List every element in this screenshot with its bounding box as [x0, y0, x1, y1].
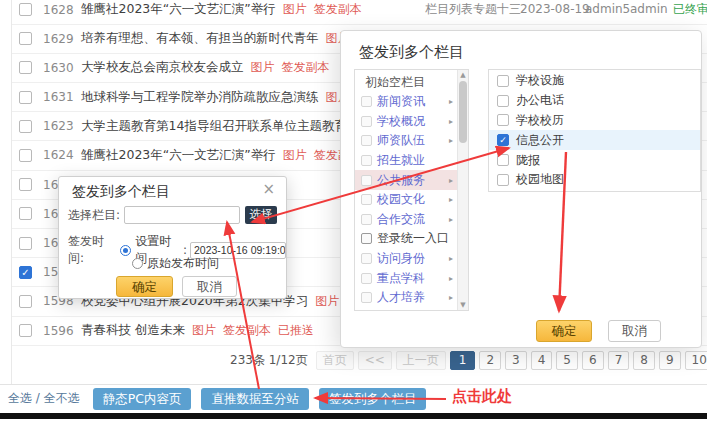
sub-item-checkbox[interactable]: [497, 114, 509, 126]
row-title-link[interactable]: 培养有理想、有本领、有担当的新时代青年: [81, 30, 319, 47]
tree-item-校园文化[interactable]: 校园文化▸: [355, 190, 468, 210]
tree-item-label: 校园文化: [377, 191, 425, 208]
tree-item-招生就业[interactable]: 招生就业: [355, 151, 468, 171]
sub-item-checkbox[interactable]: [497, 95, 509, 107]
row-checkbox[interactable]: [19, 32, 32, 45]
row-checkbox[interactable]: [19, 91, 32, 104]
bottom-action-bar: 全选 / 全不选 静态PC内容页直推数据至分站签发到多个栏目: [0, 384, 707, 412]
scrollbar-thumb[interactable]: [459, 81, 467, 143]
page-number-6[interactable]: 6: [582, 351, 604, 370]
row-id: 1623: [43, 119, 79, 133]
row-tag[interactable]: 图片: [192, 322, 216, 339]
tree-item-登录统一入口[interactable]: 登录统一入口: [355, 229, 468, 249]
sub-item-checkbox[interactable]: ✓: [497, 134, 509, 146]
original-time-row: 原始发布时间: [132, 255, 219, 272]
tree-item-公共服务[interactable]: 公共服务▸: [355, 170, 468, 190]
tree-item-checkbox[interactable]: [361, 96, 372, 107]
tree-scrollbar[interactable]: ▲ ▼: [457, 70, 468, 310]
tree-item-人才培养[interactable]: 人才培养▸: [355, 288, 468, 308]
page-number-8[interactable]: 8: [633, 351, 655, 370]
row-checkbox[interactable]: [19, 149, 32, 162]
row-checkbox[interactable]: [19, 120, 32, 133]
tree-item-checkbox[interactable]: [361, 194, 372, 205]
close-icon[interactable]: ×: [262, 182, 275, 197]
confirm-button[interactable]: 确定: [536, 320, 592, 342]
confirm-button[interactable]: 确定: [116, 276, 173, 297]
tree-item-师资队伍[interactable]: 师资队伍▸: [355, 131, 468, 151]
tree-item-学校概况[interactable]: 学校概况▸: [355, 112, 468, 132]
sub-item-label: 陇报: [516, 152, 540, 169]
tree-item-checkbox[interactable]: [361, 155, 372, 166]
sub-item-学校设施[interactable]: 学校设施: [489, 71, 700, 91]
page-number-9[interactable]: 9: [659, 351, 681, 370]
row-checkbox[interactable]: [19, 237, 32, 250]
tree-item-checkbox[interactable]: [361, 116, 372, 127]
row-tag[interactable]: 图片: [251, 59, 275, 76]
row-tag[interactable]: 签发副本: [223, 322, 271, 339]
page-number-1[interactable]: 1: [450, 351, 476, 370]
row-checkbox[interactable]: [19, 207, 32, 220]
tree-item-新闻资讯[interactable]: 新闻资讯▸: [355, 92, 468, 112]
row-checkbox[interactable]: [19, 295, 32, 308]
choose-button[interactable]: 选择: [245, 206, 277, 224]
tree-item-checkbox[interactable]: [361, 253, 372, 264]
tree-item-checkbox[interactable]: [361, 233, 372, 244]
select-all-toggle[interactable]: 全选 / 全不选: [8, 390, 80, 407]
row-title-link[interactable]: 青春科技 创造未来: [81, 322, 185, 339]
tree-item-访问身份[interactable]: 访问身份▸: [355, 249, 468, 269]
sub-item-checkbox[interactable]: [497, 174, 509, 186]
row-title-link[interactable]: 雏鹰社2023年“六一文艺汇演”举行: [81, 1, 276, 18]
row-checkbox[interactable]: [19, 3, 32, 16]
page-number-7[interactable]: 7: [608, 351, 630, 370]
pagination-summary: 233条 1/12页: [230, 352, 308, 369]
cancel-button[interactable]: 取消: [608, 320, 661, 342]
column-input[interactable]: [124, 206, 240, 224]
tree-item-checkbox[interactable]: [361, 135, 372, 146]
sub-item-checkbox[interactable]: [497, 154, 509, 166]
page-number-10[interactable]: 10: [685, 351, 707, 370]
tree-item-checkbox[interactable]: [361, 175, 372, 186]
row-id: 1630: [43, 61, 79, 75]
issue-to-columns-button[interactable]: 签发到多个栏目: [319, 388, 427, 410]
cancel-button[interactable]: 取消: [182, 276, 237, 297]
row-checkbox[interactable]: ✓: [19, 266, 32, 279]
column-tree-panel: 初始空栏目 新闻资讯▸学校概况▸师资队伍▸招生就业公共服务▸校园文化▸合作交流▸…: [354, 69, 469, 311]
row-checkbox[interactable]: [19, 61, 32, 74]
bottom-buttons-host: 静态PC内容页直推数据至分站签发到多个栏目: [83, 392, 427, 406]
sub-item-信息公开[interactable]: ✓信息公开: [489, 130, 700, 150]
sub-item-学校校历[interactable]: 学校校历: [489, 111, 700, 131]
tree-item-checkbox[interactable]: [361, 214, 372, 225]
row-tag[interactable]: 图片: [283, 1, 307, 18]
page-number-3[interactable]: 3: [505, 351, 527, 370]
chevron-right-icon: ▸: [449, 254, 453, 263]
static-pc-page-button[interactable]: 静态PC内容页: [93, 388, 192, 410]
sub-item-校园地图[interactable]: 校园地图: [489, 170, 700, 190]
row-tag[interactable]: 图片: [283, 147, 307, 164]
scrollbar-up-icon[interactable]: ▲: [458, 70, 468, 80]
row-tag[interactable]: 签发副本: [282, 59, 330, 76]
row-tag[interactable]: 已推送: [278, 322, 314, 339]
page-number-2[interactable]: 2: [479, 351, 501, 370]
sub-item-checkbox[interactable]: [497, 75, 509, 87]
sub-item-办公电话[interactable]: 办公电话: [489, 91, 700, 111]
tree-item-checkbox[interactable]: [361, 273, 372, 284]
set-time-radio[interactable]: [120, 245, 131, 256]
tree-item-label: 人才培养: [377, 289, 425, 306]
row-checkbox[interactable]: [19, 178, 32, 191]
tree-item-合作交流[interactable]: 合作交流▸: [355, 210, 468, 230]
row-tag[interactable]: 图片: [315, 293, 339, 310]
scrollbar-down-icon[interactable]: ▼: [458, 300, 468, 310]
row-title-link[interactable]: 地球科学与工程学院举办消防疏散应急演练: [81, 89, 319, 106]
row-title-link[interactable]: 雏鹰社2023年“六一文艺汇演”举行: [81, 147, 276, 164]
row-title-link[interactable]: 大学校友总会南京校友会成立: [81, 59, 244, 76]
page-number-5[interactable]: 5: [556, 351, 578, 370]
sub-item-陇报[interactable]: 陇报: [489, 150, 700, 170]
page-number-4[interactable]: 4: [531, 351, 553, 370]
row-author: admin5: [585, 0, 630, 25]
tree-item-重点学科[interactable]: 重点学科▸: [355, 268, 468, 288]
tree-item-checkbox[interactable]: [361, 292, 372, 303]
original-time-radio[interactable]: [132, 258, 143, 269]
push-to-substation-button[interactable]: 直推数据至分站: [201, 388, 309, 410]
row-checkbox[interactable]: [19, 324, 32, 337]
row-tag[interactable]: 签发副本: [314, 1, 362, 18]
